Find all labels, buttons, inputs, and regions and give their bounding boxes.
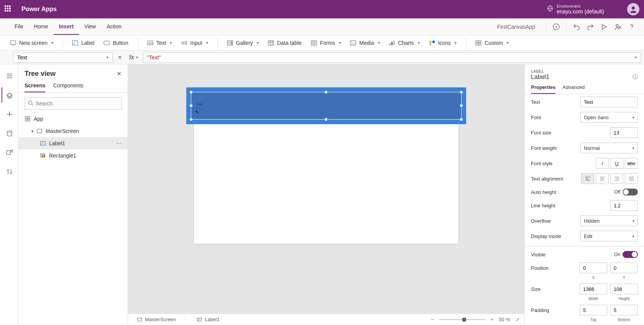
input-dropdown[interactable]: Input▾ (178, 38, 211, 48)
tree-item-rectangle1[interactable]: Rectangle1 (18, 149, 128, 162)
width-input[interactable] (580, 284, 607, 294)
weight-select[interactable]: Normal▾ (580, 143, 638, 153)
redo-icon[interactable] (584, 21, 596, 33)
rail-hamburger[interactable] (2, 68, 17, 84)
rail-tree-view[interactable] (2, 87, 17, 103)
fx-icon[interactable]: fx▾ (127, 54, 140, 61)
charts-dropdown[interactable]: Charts▾ (386, 38, 423, 48)
more-icon[interactable]: ⋯ (116, 140, 122, 146)
height-input[interactable] (610, 284, 638, 294)
menu-insert[interactable]: Insert (54, 18, 79, 35)
svg-line-62 (41, 142, 43, 144)
svg-rect-38 (476, 41, 478, 43)
expand-formula-icon[interactable]: ▾ (635, 55, 637, 59)
lineheight-input[interactable] (610, 200, 638, 211)
share-icon[interactable] (612, 21, 624, 33)
info-icon[interactable]: ⓘ (632, 74, 638, 80)
align-left-button[interactable] (581, 173, 594, 184)
align-right-button[interactable] (610, 173, 623, 184)
svg-rect-33 (391, 42, 393, 45)
displaymode-select[interactable]: Edit▾ (580, 231, 638, 241)
app-name[interactable]: FirstCanvasApp (490, 24, 542, 30)
svg-rect-65 (138, 318, 141, 321)
visible-toggle[interactable] (623, 251, 638, 258)
tree-tab-screens[interactable]: Screens (25, 82, 45, 92)
help-icon[interactable] (626, 21, 638, 33)
svg-rect-32 (389, 43, 391, 45)
forms-dropdown[interactable]: Forms▾ (308, 38, 344, 48)
label-button[interactable]: Label (69, 38, 97, 48)
italic-button[interactable]: I (596, 158, 609, 169)
datatable-button[interactable]: Data table (265, 38, 305, 48)
breadcrumb-label[interactable]: Label1 (192, 317, 223, 323)
tree-item-screen[interactable]: ▾ MasterScreen (18, 125, 128, 137)
svg-line-55 (32, 104, 33, 105)
rail-add[interactable] (2, 107, 17, 122)
menu-action[interactable]: Action (101, 18, 127, 35)
tree-item-label1[interactable]: Label1 ⋯ (18, 137, 128, 149)
app-icon (25, 116, 31, 122)
close-icon[interactable]: ✕ (117, 70, 122, 77)
rail-media[interactable] (2, 145, 17, 160)
menu-file[interactable]: File (9, 18, 29, 35)
property-select[interactable]: Text▾ (13, 52, 113, 63)
tab-properties[interactable]: Properties (531, 84, 555, 94)
screen-icon (10, 40, 16, 46)
zoom-in-button[interactable]: + (491, 317, 494, 322)
new-screen-button[interactable]: New screen▾ (7, 38, 56, 48)
equals-sign: = (116, 54, 124, 61)
align-center-button[interactable] (596, 173, 609, 184)
zoom-pct: 50 (499, 317, 504, 322)
app-canvas[interactable]: Text ↖ (194, 87, 458, 244)
icons-dropdown[interactable]: Icons▾ (426, 38, 460, 48)
font-select[interactable]: Open Sans▾ (580, 112, 638, 123)
menu-home[interactable]: Home (29, 18, 54, 35)
user-avatar[interactable] (627, 3, 639, 15)
rail-tools[interactable] (2, 164, 17, 179)
button-button[interactable]: Button (100, 38, 131, 48)
svg-point-31 (352, 41, 353, 43)
tab-advanced[interactable]: Advanced (562, 84, 585, 94)
rectangle1-element[interactable]: Text ↖ (186, 87, 466, 124)
breadcrumb-screen[interactable]: MasterScreen (133, 317, 180, 323)
formula-input[interactable]: "Text"▾ (143, 52, 641, 63)
gallery-dropdown[interactable]: Gallery▾ (224, 38, 262, 48)
breadcrumb-sep: 〉 (184, 316, 189, 323)
zoom-slider[interactable] (439, 319, 485, 320)
align-justify-button[interactable] (625, 173, 638, 184)
text-dropdown[interactable]: AbcText▾ (144, 38, 175, 48)
tree-search[interactable] (25, 97, 122, 110)
x-input[interactable] (580, 263, 607, 273)
media-dropdown[interactable]: Media▾ (347, 38, 383, 48)
underline-button[interactable]: U (610, 158, 623, 169)
text-input[interactable] (580, 97, 638, 107)
forms-icon (311, 40, 317, 46)
menu-view[interactable]: View (79, 18, 101, 35)
undo-icon[interactable] (570, 21, 583, 33)
waffle-icon[interactable] (5, 5, 12, 13)
padbottom-input[interactable] (610, 305, 638, 315)
chevron-down-icon[interactable]: ▾ (31, 129, 33, 133)
checker-icon[interactable] (550, 21, 562, 33)
play-icon[interactable] (598, 21, 610, 33)
environment-picker[interactable]: Environment enayu.com (default) (547, 4, 604, 15)
overflow-select[interactable]: Hidden▾ (580, 215, 638, 226)
label1-element[interactable]: Text ↖ (191, 92, 462, 120)
custom-dropdown[interactable]: Custom▾ (472, 38, 512, 48)
tree-item-app[interactable]: App (18, 113, 128, 125)
rail-data[interactable] (2, 126, 17, 141)
zoom-out-button[interactable]: − (431, 317, 434, 322)
svg-point-52 (10, 173, 12, 174)
svg-rect-66 (197, 318, 201, 321)
strike-button[interactable]: abc (625, 158, 638, 169)
svg-rect-57 (28, 117, 30, 118)
svg-rect-17 (186, 41, 187, 44)
fit-to-window-icon[interactable]: ⤢ (516, 317, 520, 322)
autoheight-toggle[interactable] (623, 189, 638, 195)
search-input[interactable] (36, 100, 118, 107)
tree-tab-components[interactable]: Components (53, 82, 83, 92)
y-input[interactable] (610, 263, 638, 273)
left-rail (0, 64, 18, 325)
fontsize-input[interactable] (610, 127, 638, 138)
padtop-input[interactable] (580, 305, 607, 315)
